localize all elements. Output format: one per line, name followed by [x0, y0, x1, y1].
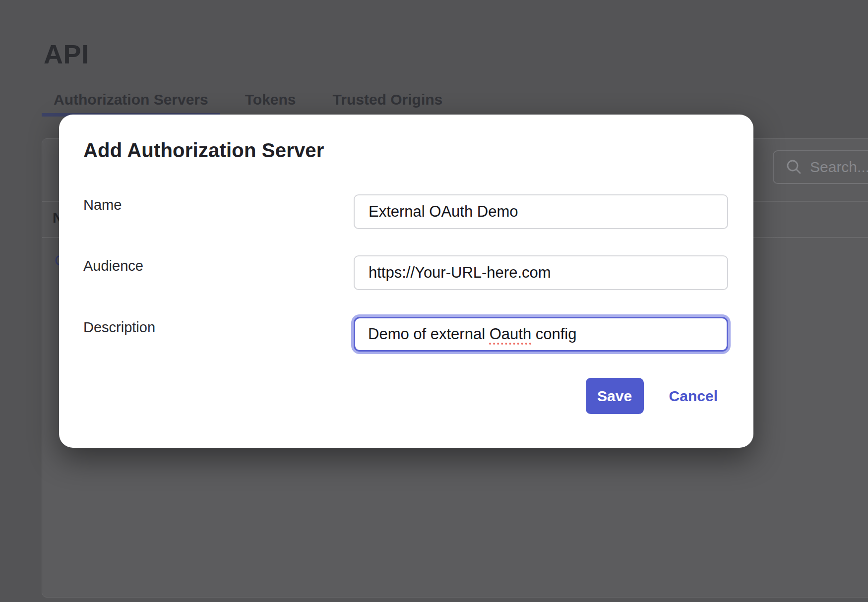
tab-authorization-servers[interactable]: Authorization Servers [42, 91, 220, 113]
description-text: Demo of external [368, 325, 490, 343]
tab-tokens[interactable]: Tokens [233, 91, 308, 113]
search-placeholder: Search... [810, 159, 868, 176]
tab-label: Tokens [245, 91, 296, 108]
cancel-button[interactable]: Cancel [669, 388, 718, 405]
tab-label: Trusted Origins [333, 91, 443, 108]
name-field[interactable] [354, 194, 728, 229]
audience-field[interactable] [354, 255, 728, 290]
description-text: config [531, 325, 576, 343]
modal-footer: Save Cancel [586, 378, 718, 414]
tab-bar: Authorization Servers Tokens Trusted Ori… [42, 91, 454, 113]
description-field[interactable]: Demo of external Oauth config [354, 317, 728, 352]
audience-label: Audience [83, 257, 143, 275]
modal-title: Add Authorization Server [83, 139, 324, 162]
page-title: API [44, 39, 89, 69]
description-label: Description [83, 318, 155, 336]
search-input[interactable]: Search... [773, 150, 868, 184]
tab-label: Authorization Servers [54, 91, 208, 108]
magnifier-icon [786, 159, 803, 176]
add-authorization-server-modal: Add Authorization Server Name Audience D… [59, 115, 753, 448]
description-misspelled-word: Oauth [490, 325, 531, 343]
save-button[interactable]: Save [586, 378, 644, 414]
tab-trusted-origins[interactable]: Trusted Origins [321, 91, 455, 113]
name-label: Name [83, 196, 122, 214]
app-root: API Authorization Servers Tokens Trusted… [0, 0, 868, 602]
